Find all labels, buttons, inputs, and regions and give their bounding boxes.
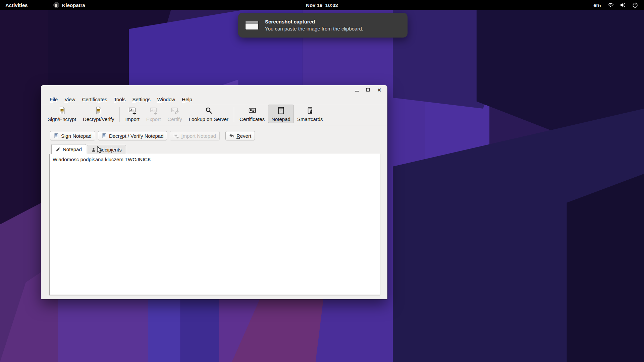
menu-settings[interactable]: Settings [129, 96, 154, 103]
keyboard-layout-indicator[interactable]: en₁ [593, 2, 601, 8]
screenshot-thumbnail-icon [246, 21, 258, 29]
toolbar-separator [234, 107, 234, 122]
notepad-editor-frame: Wiadomosc podpisana kluczem TWOJNICK [49, 154, 380, 295]
system-tray[interactable]: en₁ [593, 2, 644, 8]
certificates-icon [248, 106, 257, 115]
pencil-icon [56, 147, 60, 152]
notification-title: Screenshot captured [265, 19, 363, 24]
wifi-icon [607, 2, 614, 8]
import-note-icon [173, 133, 179, 138]
minimize-button[interactable] [355, 88, 359, 92]
menu-view[interactable]: View [61, 96, 78, 103]
person-icon [91, 147, 96, 152]
decrypt-verify-icon [95, 106, 103, 115]
toolbar-separator [119, 107, 120, 122]
toolbar-certificates-view[interactable]: Certificates [236, 105, 268, 123]
note-icon [102, 133, 107, 138]
notepad-text-area[interactable]: Wiadomosc podpisana kluczem TWOJNICK [50, 154, 380, 295]
main-toolbar: Sign/Encrypt Decrypt/Verify [41, 104, 387, 125]
clock[interactable]: Nov 19 10:02 [0, 2, 644, 8]
toolbar-export[interactable]: Export [143, 105, 164, 123]
note-icon [54, 133, 59, 138]
menu-bar: File View Certificates Tools Settings Wi… [41, 95, 387, 104]
toolbar-smartcards-view[interactable]: Smartcards [294, 105, 326, 123]
notification-body: You can paste the image from the clipboa… [265, 26, 363, 32]
notepad-action-row: Sign Notepad Decrypt / Verify Notepad Im… [50, 131, 387, 140]
notification-banner[interactable]: Screenshot captured You can paste the im… [238, 13, 408, 38]
focused-app-name: Kleopatra [62, 2, 85, 8]
menu-window[interactable]: Window [154, 96, 178, 103]
kleopatra-app-icon [53, 2, 59, 8]
menu-certificates[interactable]: Certificates [78, 96, 110, 103]
focused-app-menu[interactable]: Kleopatra [53, 2, 85, 8]
menu-file[interactable]: File [46, 96, 61, 103]
certify-icon [170, 106, 179, 115]
tab-notepad[interactable]: Notepad [51, 144, 86, 154]
sign-notepad-button[interactable]: Sign Notepad [50, 131, 95, 140]
maximize-button[interactable] [366, 88, 370, 92]
sign-encrypt-icon [58, 106, 66, 115]
revert-button[interactable]: Revert [225, 131, 255, 140]
revert-arrow-icon [229, 133, 234, 138]
export-certificate-icon [149, 106, 158, 115]
toolbar-lookup-on-server[interactable]: Lookup on Server [185, 105, 232, 123]
close-button[interactable]: ✕ [377, 87, 381, 93]
import-notepad-button[interactable]: Import Notepad [170, 131, 219, 140]
decrypt-verify-notepad-button[interactable]: Decrypt / Verify Notepad [98, 131, 167, 140]
activities-button[interactable]: Activities [0, 0, 33, 10]
window-titlebar[interactable]: ✕ [41, 85, 387, 95]
toolbar-notepad-view[interactable]: Notepad [268, 105, 294, 123]
desktop: Activities Kleopatra Nov 19 10:02 en₁ [0, 0, 644, 362]
top-bar: Activities Kleopatra Nov 19 10:02 en₁ [0, 0, 644, 10]
toolbar-import[interactable]: Import [122, 105, 143, 123]
notepad-icon [277, 106, 285, 115]
notepad-tabs: Notepad Recipients [51, 144, 387, 154]
toolbar-sign-encrypt[interactable]: Sign/Encrypt [44, 105, 79, 123]
menu-help[interactable]: Help [178, 96, 196, 103]
search-icon [204, 106, 213, 115]
kleopatra-window: ✕ File View Certificates Tools Settings … [41, 85, 387, 299]
power-icon [632, 2, 638, 8]
toolbar-certify[interactable]: Certify [164, 105, 185, 123]
volume-icon [620, 2, 626, 8]
import-certificate-icon [128, 106, 137, 115]
menu-tools[interactable]: Tools [110, 96, 129, 103]
toolbar-decrypt-verify[interactable]: Decrypt/Verify [79, 105, 117, 123]
tab-recipients[interactable]: Recipients [87, 145, 126, 154]
smartcards-icon [306, 106, 314, 115]
